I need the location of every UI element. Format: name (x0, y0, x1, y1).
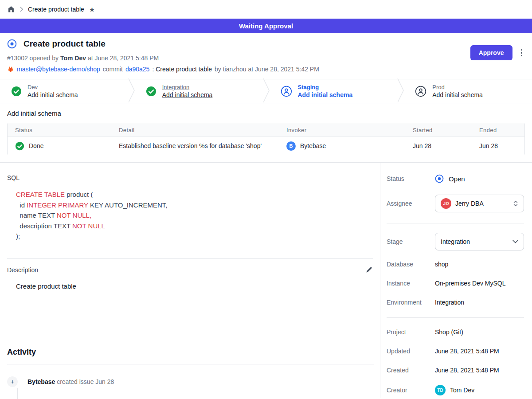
table-row[interactable]: Done Established baseline version %s for… (8, 137, 524, 155)
more-actions-icon[interactable] (518, 47, 525, 59)
stage-separator-icon (397, 78, 404, 104)
main-column: SQL CREATE TABLE product ( id INTEGER PR… (0, 163, 380, 398)
sql-label: SQL (7, 174, 373, 181)
creator-label: Creator (387, 387, 435, 394)
col-invoker: Invoker (279, 127, 405, 133)
issue-meta: #13002 opened by Tom Dev at June 28, 202… (7, 55, 525, 62)
assignee-select[interactable]: JD Jerry DBA (435, 195, 524, 212)
open-status-icon (435, 174, 444, 183)
edit-description-icon[interactable] (365, 266, 373, 274)
check-circle-icon (146, 86, 156, 97)
sql-token: INTEGER PRIMARY (27, 201, 88, 209)
updated-value: June 28, 2021 5:48 PM (435, 348, 499, 355)
breadcrumb-title[interactable]: Create product table (28, 6, 84, 13)
issue-open-icon (7, 39, 17, 49)
commit-hash-link[interactable]: da90a25 (125, 66, 150, 73)
plus-icon: + (7, 376, 18, 387)
instance-value: On-premises Dev MySQL (435, 280, 505, 287)
page-title: Create product table (23, 39, 106, 49)
updated-label: Updated (387, 348, 435, 355)
task-invoker: Bytebase (300, 142, 326, 149)
status-label: Status (387, 175, 435, 182)
database-value: shop (435, 261, 448, 268)
stage-env-label: Prod (432, 84, 483, 90)
commit-word: commit (103, 66, 123, 73)
star-icon[interactable]: ★ (89, 6, 95, 13)
project-label: Project (387, 329, 435, 336)
stage-value: Integration (441, 238, 509, 245)
sql-token: id (16, 201, 27, 209)
status-value: Open (449, 175, 465, 183)
approval-banner: Waiting Approval (0, 19, 532, 33)
issue-id-text: #13002 opened by (7, 55, 59, 62)
issue-page: Create product table ★ Waiting Approval … (0, 0, 532, 399)
task-ended: Jun 28 (472, 142, 524, 149)
activity-section: Activity + Bytebase created issue Jun 28 (7, 348, 373, 399)
stage-separator-icon (128, 78, 135, 104)
assignee-label: Assignee (387, 200, 435, 207)
gitlab-icon (7, 66, 14, 73)
pipeline-stage-bar: Dev Add initial schema Integration Add i… (0, 79, 532, 103)
issue-sidebar: Status Open Assignee JD Jerry DBA (380, 163, 532, 398)
assignee-avatar: JD (441, 198, 451, 209)
description-text: Create product table (16, 282, 373, 290)
col-status: Status (8, 127, 111, 133)
issue-author: Tom Dev (60, 55, 86, 62)
commit-line: master@bytebase-demo/shop commit da90a25… (7, 66, 525, 73)
activity-actor: Bytebase (27, 378, 55, 385)
task-status: Done (29, 142, 43, 149)
divider (7, 258, 373, 259)
commit-branch-link[interactable]: master@bytebase-demo/shop (17, 66, 100, 73)
chevron-down-icon (512, 240, 518, 243)
divider (387, 223, 524, 223)
home-icon[interactable] (7, 5, 15, 13)
stage-task-label: Add initial schema (298, 91, 353, 98)
stage-separator-icon (263, 78, 270, 104)
commit-byline: by tianzhou at June 28, 2021 5:42 PM (215, 66, 319, 73)
chevron-right-icon (20, 7, 23, 12)
person-circle-icon (415, 86, 426, 97)
check-circle-icon (15, 141, 24, 151)
activity-heading: Activity (7, 348, 373, 357)
col-ended: Ended (472, 127, 524, 133)
task-section-heading: Add initial schema (7, 110, 525, 117)
stage-task-label[interactable]: Add initial schema (162, 91, 213, 98)
activity-timeline-line (17, 388, 18, 399)
assignee-value: Jerry DBA (455, 200, 509, 207)
stage-staging[interactable]: Staging Add initial schema (270, 79, 398, 103)
database-label: Database (387, 261, 435, 268)
environment-label: Environment (387, 299, 435, 306)
creator-value: Tom Dev (450, 387, 474, 394)
person-circle-icon (281, 86, 292, 97)
sql-token: ); (16, 232, 20, 240)
environment-value: Integration (435, 299, 464, 306)
creator-avatar: TD (435, 385, 446, 395)
invoker-avatar: B (286, 141, 296, 151)
sql-token: NOT NULL, (57, 211, 91, 219)
task-table-header: Status Detail Invoker Started Ended (8, 123, 524, 137)
stage-integration[interactable]: Integration Add initial schema (135, 79, 263, 103)
issue-header: Create product table #13002 opened by To… (0, 33, 532, 79)
sql-token: name TEXT (16, 211, 57, 219)
sql-token: CREATE TABLE (16, 191, 65, 198)
col-started: Started (405, 127, 472, 133)
task-section: Add initial schema Status Detail Invoker… (0, 103, 532, 162)
created-label: Created (387, 367, 435, 374)
divider (7, 364, 374, 364)
activity-action: created issue Jun 28 (57, 378, 114, 385)
stage-prod[interactable]: Prod Add initial schema (404, 79, 532, 103)
stage-task-label: Add initial schema (432, 91, 483, 98)
description-label: Description (7, 266, 38, 274)
issue-opened-at: at June 28, 2021 5:48 PM (88, 55, 159, 62)
divider (387, 317, 524, 318)
stage-env-label[interactable]: Integration (162, 84, 213, 90)
activity-item: + Bytebase created issue Jun 28 (7, 376, 373, 387)
stage-dev[interactable]: Dev Add initial schema (0, 79, 128, 103)
stage-env-label: Staging (298, 84, 353, 90)
project-value[interactable]: Shop (Git) (435, 329, 463, 336)
task-started: Jun 28 (405, 142, 472, 149)
sql-token: product ( (65, 191, 93, 198)
approve-button[interactable]: Approve (470, 45, 512, 60)
col-detail: Detail (111, 127, 279, 133)
stage-select[interactable]: Integration (435, 233, 524, 250)
